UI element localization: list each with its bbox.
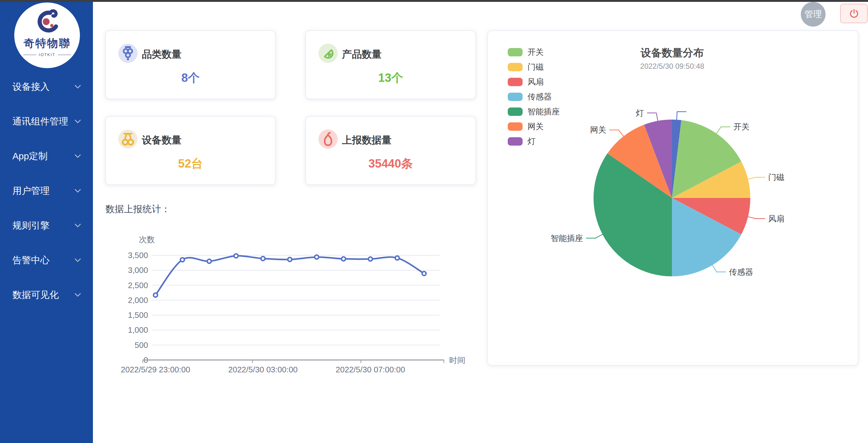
- sidebar-menu: 设备接入 通讯组件管理 App定制 用户管理 规则引擎 告警中心 数据可见化: [0, 69, 93, 312]
- legend-swatch: [508, 63, 523, 71]
- sidebar-item-label: 用户管理: [12, 185, 50, 197]
- pie-callout-label: 传感器: [728, 267, 753, 277]
- svg-text:2022/5/29 23:00:00: 2022/5/29 23:00:00: [121, 365, 190, 374]
- svg-text:1,500: 1,500: [128, 310, 148, 320]
- legend-swatch: [508, 48, 523, 56]
- svg-text:2022/5/30 07:00:00: 2022/5/30 07:00:00: [336, 365, 405, 374]
- pie-callout-line: [677, 112, 686, 121]
- legend-label: 网关: [528, 121, 544, 132]
- svg-text:2,500: 2,500: [128, 281, 148, 290]
- legend-item[interactable]: 风扇: [508, 74, 560, 89]
- legend-item[interactable]: 网关: [508, 119, 560, 134]
- legend-label: 灯: [528, 136, 536, 147]
- pie-legend: 开关 门磁 风扇 传感器 智能插座 网关 灯: [508, 44, 560, 149]
- legend-item[interactable]: 传感器: [508, 89, 560, 104]
- pie-callout-line: [747, 177, 765, 179]
- svg-text:时间: 时间: [449, 356, 465, 365]
- legend-label: 传感器: [528, 91, 552, 102]
- stat-label: 品类数量: [142, 48, 182, 61]
- sidebar-item-label: App定制: [12, 150, 48, 163]
- chevron-down-icon: [74, 223, 81, 228]
- svg-text:1,000: 1,000: [128, 325, 148, 335]
- svg-text:3,500: 3,500: [128, 251, 148, 260]
- pie-callout-line: [647, 113, 658, 122]
- pear-icon: [318, 129, 338, 149]
- pie-callout-label: 门磁: [768, 172, 784, 182]
- reported-data-line-chart: 次数05001,0001,5002,0002,5003,0003,500时间20…: [105, 226, 477, 384]
- svg-text:次数: 次数: [139, 235, 155, 244]
- stat-value: 8个: [106, 70, 275, 86]
- cherries-icon: [118, 129, 137, 149]
- stat-value: 13个: [306, 70, 475, 86]
- sidebar-item-label: 数据可见化: [12, 289, 59, 302]
- sidebar: 奇特物聯 IOTKIT 设备接入 通讯组件管理 App定制 用户管理 规则引擎: [0, 0, 93, 443]
- legend-swatch: [508, 78, 523, 86]
- legend-label: 开关: [528, 47, 544, 58]
- pie-callout-label: 开关: [733, 122, 749, 131]
- logout-button[interactable]: [840, 4, 868, 23]
- stat-label: 设备数量: [142, 133, 182, 147]
- pie-callout-line: [609, 130, 624, 137]
- avatar-label: 管理: [805, 8, 822, 20]
- svg-text:2022/5/30 03:00:00: 2022/5/30 03:00:00: [228, 365, 298, 374]
- brand-logo-icon: [32, 9, 62, 35]
- user-avatar[interactable]: 管理: [801, 2, 826, 27]
- svg-text:500: 500: [135, 341, 148, 350]
- legend-swatch: [508, 93, 523, 101]
- legend-label: 风扇: [528, 76, 544, 87]
- line-chart-section-title: 数据上报统计：: [105, 203, 170, 216]
- sidebar-item-rule-engine[interactable]: 规则引擎: [0, 208, 93, 243]
- sidebar-item-label: 设备接入: [12, 81, 50, 93]
- sidebar-item-comm-components[interactable]: 通讯组件管理: [0, 104, 93, 139]
- chevron-down-icon: [74, 258, 81, 262]
- legend-item[interactable]: 灯: [508, 134, 560, 149]
- stat-value: 35440条: [306, 156, 475, 171]
- top-dark-bar: [0, 0, 868, 2]
- sidebar-item-device-access[interactable]: 设备接入: [0, 69, 93, 104]
- pie-callout-label: 灯: [636, 108, 644, 118]
- legend-item[interactable]: 开关: [508, 44, 560, 60]
- sidebar-item-app-custom[interactable]: App定制: [0, 139, 93, 173]
- sidebar-item-data-visual[interactable]: 数据可见化: [0, 278, 93, 312]
- rule-left: [23, 55, 36, 55]
- grapes-icon: [118, 44, 137, 63]
- legend-swatch: [508, 122, 523, 131]
- pie-callout-line: [586, 234, 603, 238]
- pie-callout-label: 网关: [590, 125, 606, 134]
- rule-right: [58, 55, 71, 55]
- pie-callout-label: 智能插座: [551, 233, 583, 243]
- pie-callout-label: 风扇: [768, 214, 784, 223]
- chevron-down-icon: [74, 293, 81, 297]
- chevron-down-icon: [74, 85, 81, 89]
- legend-swatch: [508, 137, 523, 146]
- svg-text:3,000: 3,000: [128, 265, 148, 275]
- pie-callout-line: [712, 264, 726, 272]
- sidebar-item-label: 通讯组件管理: [12, 115, 68, 128]
- stat-card-categories: 品类数量 8个: [105, 30, 276, 99]
- sidebar-item-user-mgmt[interactable]: 用户管理: [0, 173, 93, 208]
- brand-subtitle: IOTKIT: [39, 52, 56, 57]
- legend-label: 门磁: [528, 62, 544, 72]
- stat-label: 上报数据量: [342, 133, 392, 147]
- legend-item[interactable]: 智能插座: [508, 104, 560, 119]
- sidebar-item-label: 告警中心: [12, 254, 50, 267]
- brand-title: 奇特物聯: [24, 36, 71, 51]
- pie-callout-line: [747, 217, 765, 219]
- legend-label: 智能插座: [528, 106, 560, 117]
- sidebar-item-label: 规则引擎: [12, 219, 50, 232]
- stat-card-reported-data: 上报数据量 35440条: [305, 116, 476, 185]
- legend-swatch: [508, 107, 523, 116]
- brand-logo: 奇特物聯 IOTKIT: [14, 2, 80, 68]
- svg-text:2,000: 2,000: [128, 295, 148, 305]
- chevron-down-icon: [74, 119, 81, 124]
- stat-label: 产品数量: [342, 48, 382, 61]
- lemon-icon: [318, 44, 338, 63]
- legend-item[interactable]: 门磁: [508, 60, 560, 74]
- stat-card-devices: 设备数量 52台: [105, 116, 276, 185]
- pie-callout-line: [716, 127, 731, 134]
- stat-card-products: 产品数量 13个: [305, 30, 476, 99]
- chevron-down-icon: [74, 154, 81, 158]
- sidebar-item-alert-center[interactable]: 告警中心: [0, 243, 93, 278]
- power-icon: [849, 9, 859, 18]
- chevron-down-icon: [74, 189, 81, 193]
